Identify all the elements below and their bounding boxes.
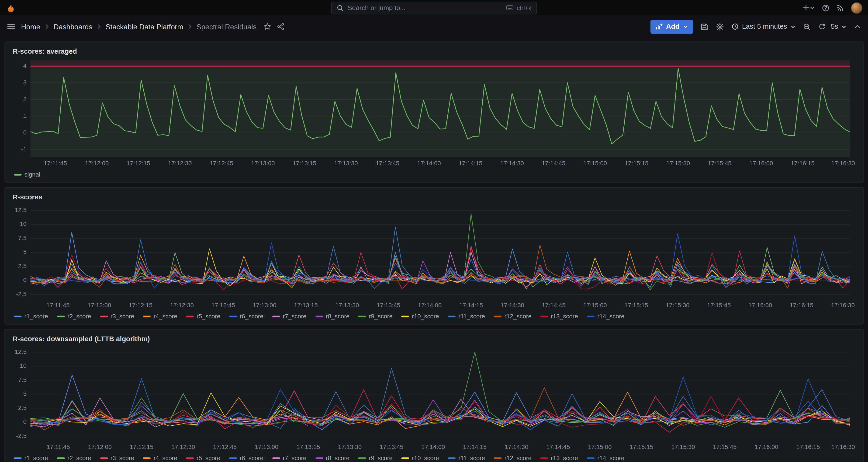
collapse-toolbar-button[interactable] (854, 23, 861, 30)
legend-label: r9_score (369, 313, 393, 319)
panel-header[interactable]: R-scores (10, 191, 858, 203)
caret-down-icon (790, 24, 795, 29)
legend-label: r5_score (196, 455, 220, 461)
legend-label: r13_score (551, 455, 578, 461)
legend-item-r13_score[interactable]: r13_score (540, 455, 578, 461)
legend-item-r12_score[interactable]: r12_score (494, 455, 531, 461)
legend-swatch (100, 315, 108, 317)
legend-item-r3_score[interactable]: r3_score (100, 313, 134, 319)
legend-item-r10_score[interactable]: r10_score (401, 313, 439, 319)
gear-icon (715, 22, 724, 31)
legend-swatch (57, 315, 65, 317)
chevron-up-icon (854, 23, 861, 30)
legend-item-r8_score[interactable]: r8_score (315, 313, 349, 319)
legend-label: r10_score (412, 455, 439, 461)
legend-label: r4_score (154, 455, 178, 461)
legend-item-r12_score[interactable]: r12_score (494, 313, 531, 319)
legend-item-r4_score[interactable]: r4_score (143, 455, 178, 461)
timeseries-chart-canvas[interactable] (10, 57, 858, 169)
dashboard-settings-button[interactable] (715, 22, 724, 31)
legend-swatch (272, 457, 280, 459)
legend-item-r14_score[interactable]: r14_score (587, 455, 624, 461)
legend-label: r8_score (326, 455, 349, 461)
favorite-button[interactable] (264, 23, 271, 30)
legend-label: r2_score (67, 313, 91, 319)
legend-item-r6_score[interactable]: r6_score (229, 455, 264, 461)
legend-item-r7_score[interactable]: r7_score (272, 455, 307, 461)
legend-item-r11_score[interactable]: r11_score (448, 313, 485, 319)
timeseries-chart-canvas[interactable] (10, 203, 858, 311)
add-button[interactable]: Add (650, 20, 693, 33)
refresh-interval-picker[interactable]: 5s (831, 23, 846, 30)
panel-header[interactable]: R-scores: averaged (10, 45, 858, 57)
breadcrumb-home[interactable]: Home (21, 22, 40, 31)
search-shortcut: ctrl+k (506, 4, 531, 11)
legend-swatch (494, 457, 501, 459)
legend-item-r1_score[interactable]: r1_score (14, 455, 48, 461)
legend-swatch (14, 174, 22, 175)
avatar[interactable] (851, 2, 862, 13)
legend-item-r5_score[interactable]: r5_score (186, 455, 220, 461)
legend-swatch (401, 457, 409, 459)
chart-legend: signal (10, 169, 858, 180)
dashboard-toolbar: Home Dashboards Stackable Data Platform … (0, 16, 868, 37)
legend-swatch (540, 315, 548, 317)
legend-swatch (186, 315, 194, 317)
search-shortcut-label: ctrl+k (517, 4, 531, 11)
legend-item-r3_score[interactable]: r3_score (100, 455, 134, 461)
chart-legend: r1_scorer2_scorer3_scorer4_scorer5_score… (10, 453, 858, 462)
help-icon (822, 3, 830, 12)
legend-label: r6_score (240, 455, 264, 461)
legend-item-r4_score[interactable]: r4_score (143, 313, 178, 319)
legend-item-r10_score[interactable]: r10_score (401, 455, 439, 461)
legend-item-signal[interactable]: signal (14, 171, 40, 178)
refresh-button[interactable] (818, 23, 826, 30)
legend-item-r2_score[interactable]: r2_score (57, 313, 91, 319)
legend-label: r6_score (240, 313, 264, 319)
panel-title: R-scores: averaged (13, 47, 77, 55)
legend-item-r7_score[interactable]: r7_score (272, 313, 307, 319)
legend-item-r9_score[interactable]: r9_score (358, 455, 393, 461)
news-button[interactable] (837, 4, 844, 12)
legend-item-r14_score[interactable]: r14_score (587, 313, 624, 319)
time-range-picker[interactable]: Last 5 minutes (731, 23, 795, 30)
breadcrumb-folder[interactable]: Stackable Data Platform (105, 22, 183, 31)
legend-label: r5_score (196, 313, 220, 319)
legend-item-r9_score[interactable]: r9_score (358, 313, 393, 319)
legend-item-r5_score[interactable]: r5_score (186, 313, 220, 319)
legend-item-r2_score[interactable]: r2_score (57, 455, 91, 461)
legend-item-r6_score[interactable]: r6_score (229, 313, 264, 319)
legend-label: r12_score (504, 455, 532, 461)
timeseries-chart-canvas[interactable] (10, 344, 858, 452)
legend-item-r11_score[interactable]: r11_score (448, 455, 485, 461)
time-range-label: Last 5 minutes (742, 23, 787, 30)
legend-swatch (186, 457, 194, 459)
grafana-logo-icon[interactable] (6, 3, 16, 13)
legend-swatch (587, 457, 594, 459)
save-dashboard-button[interactable] (700, 22, 708, 31)
new-button[interactable] (802, 4, 815, 12)
legend-item-r8_score[interactable]: r8_score (315, 455, 349, 461)
legend-swatch (143, 457, 151, 459)
search-input[interactable] (348, 4, 502, 12)
breadcrumb-dashboards[interactable]: Dashboards (54, 22, 92, 31)
legend-swatch (358, 315, 366, 317)
legend-label: r14_score (597, 313, 624, 319)
zoom-out-button[interactable] (803, 22, 811, 31)
mega-menu-toggle[interactable] (6, 22, 16, 31)
add-button-label: Add (666, 23, 680, 30)
legend-item-r1_score[interactable]: r1_score (14, 313, 48, 319)
panel-r-scores: R-scores r1_scorer2_scorer3_scorer4_scor… (4, 187, 864, 325)
help-button[interactable] (822, 3, 830, 12)
keyboard-icon (506, 4, 514, 11)
legend-item-r13_score[interactable]: r13_score (540, 313, 578, 319)
legend-label: r13_score (551, 313, 578, 319)
share-icon (277, 23, 285, 30)
legend-swatch (587, 315, 594, 317)
share-button[interactable] (277, 23, 285, 30)
caret-down-icon (810, 5, 815, 10)
search-box[interactable]: ctrl+k (331, 1, 537, 14)
add-panel-icon (656, 23, 663, 30)
panel-header[interactable]: R-scores: downsampled (LTTB algorithm) (10, 333, 858, 344)
caret-down-icon (683, 24, 688, 29)
